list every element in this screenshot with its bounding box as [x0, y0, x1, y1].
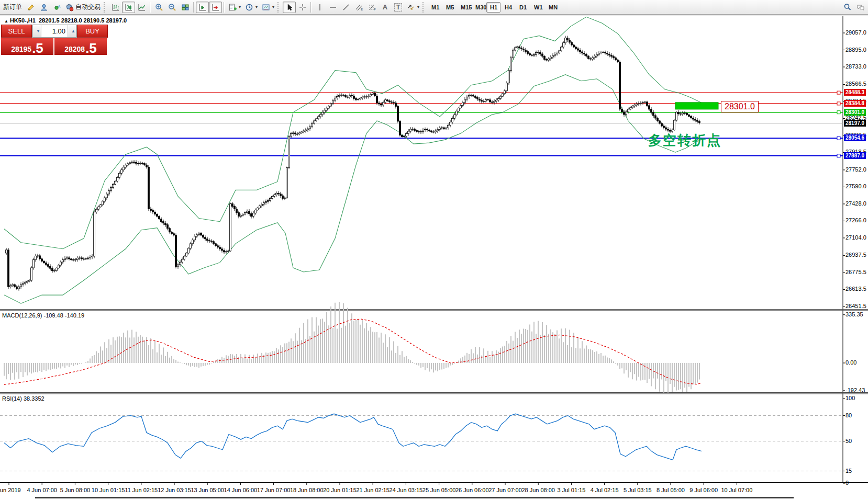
price-level-label: 28301.0: [844, 109, 866, 116]
volume-increase-button[interactable]: ▲: [68, 25, 76, 37]
crosshair-button[interactable]: [296, 2, 309, 13]
signals-button[interactable]: [50, 2, 63, 13]
one-click-trading-panel: SELL ▼ ▲ BUY 28195 .5 28208 .5: [1, 25, 108, 55]
volume-decrease-button[interactable]: ▼: [32, 25, 41, 37]
timeframe-d1-button[interactable]: D1: [516, 2, 530, 13]
trendline-button[interactable]: [339, 2, 352, 13]
time-axis-label: 21 Jun 02:15: [356, 487, 390, 493]
toolbar-grip[interactable]: [104, 2, 107, 13]
toolbar-separator: [150, 2, 151, 13]
search-button[interactable]: [841, 2, 854, 13]
volume-spinner: ▼ ▲: [32, 25, 77, 38]
fibonacci-button[interactable]: F: [365, 2, 379, 13]
timeframe-mn-button[interactable]: MN: [545, 2, 559, 13]
price-callout-label[interactable]: 28301.0: [721, 101, 759, 112]
bars-chart-icon: [112, 3, 120, 12]
chevron-down-icon: ▾: [255, 5, 258, 9]
chart-shift-button[interactable]: [209, 2, 222, 13]
price-axis-tick: 28566.5: [845, 81, 866, 87]
arrows-tool-button[interactable]: ▾: [405, 2, 421, 13]
price-level-label: 28488.3: [844, 89, 866, 96]
timeframe-m5-button[interactable]: M5: [442, 2, 457, 13]
cursor-icon: [285, 3, 294, 12]
highlight-rectangle[interactable]: [675, 103, 718, 109]
buy-button[interactable]: BUY: [77, 25, 108, 38]
time-axis-label: 17 Jun 07:00: [257, 487, 291, 493]
chevron-down-icon: ▾: [272, 5, 274, 9]
mt4-window: 新订单 自动交易: [0, 0, 868, 500]
chat-button[interactable]: [854, 2, 867, 13]
volume-input[interactable]: [41, 25, 68, 37]
horizontal-scrollbar[interactable]: [35, 497, 794, 498]
toolbar-separator: [193, 2, 194, 13]
candlestick-chart-button[interactable]: [122, 2, 135, 13]
community-button[interactable]: [37, 2, 50, 13]
zoom-out-button[interactable]: [165, 2, 179, 13]
toolbar-separator: [310, 2, 311, 13]
main-price-pane[interactable]: [0, 17, 843, 303]
vertical-line-button[interactable]: [313, 2, 326, 13]
timeframe-h4-button[interactable]: H4: [501, 2, 515, 13]
sell-price-box[interactable]: 28195 .5: [1, 38, 53, 55]
price-axis-tick: 26937.5: [845, 252, 866, 258]
zoom-in-icon: [155, 3, 163, 12]
autotrading-label: 自动交易: [75, 3, 101, 12]
macd-axis-tick: 335.35: [845, 311, 863, 317]
svg-text:F: F: [374, 8, 376, 11]
zoom-out-icon: [168, 3, 176, 12]
text-tool-button[interactable]: A: [379, 2, 392, 13]
time-axis-label: 25 Jun 05:00: [422, 487, 456, 493]
auto-scroll-icon: [198, 3, 207, 12]
cursor-button[interactable]: [283, 2, 296, 13]
zoom-in-button[interactable]: [152, 2, 165, 13]
time-axis-label: 26 Jun 06:00: [455, 487, 489, 493]
indicators-button[interactable]: ▾: [226, 2, 243, 13]
toolbar-grip[interactable]: [277, 2, 281, 13]
sell-button[interactable]: SELL: [1, 25, 32, 38]
periods-button[interactable]: ▾: [243, 2, 260, 13]
macd-pane[interactable]: [4, 302, 702, 393]
horizontal-line-button[interactable]: [326, 2, 339, 13]
buy-price-frac: .5: [85, 42, 97, 54]
chart-note-text[interactable]: 多空转折点: [648, 131, 721, 150]
candlesticks: [6, 36, 700, 290]
time-axis-label: 10 Jul 07:00: [721, 487, 752, 493]
rsi-axis-tick: 50: [845, 438, 852, 444]
time-axis-label: 12 Jun 03:15: [158, 487, 191, 493]
price-axis-tick: 26451.5: [845, 303, 866, 309]
timeframe-w1-button[interactable]: W1: [530, 2, 544, 13]
time-axis-label: 11 Jun 02:15: [125, 487, 158, 493]
bars-chart-button[interactable]: [109, 2, 122, 13]
time-axis-label: 4 Jun 07:00: [27, 487, 57, 493]
rsi-axis-tick: 100: [845, 395, 855, 401]
toolbar-grip[interactable]: [422, 2, 426, 13]
timeframe-m1-button[interactable]: M1: [428, 2, 442, 13]
auto-scroll-button[interactable]: [196, 2, 209, 13]
line-chart-button[interactable]: [135, 2, 148, 13]
crosshair-icon: [298, 3, 307, 12]
buy-price-box[interactable]: 28208 .5: [54, 38, 107, 55]
rsi-label: RSI(14) 38.3352: [2, 395, 44, 402]
text-label-button[interactable]: T: [392, 2, 405, 13]
equidistant-channel-button[interactable]: E: [352, 2, 365, 13]
toolbar: 新订单 自动交易: [0, 0, 868, 15]
autotrading-button[interactable]: 自动交易: [63, 2, 103, 13]
timeframe-m30-button[interactable]: M30: [472, 2, 486, 13]
price-axis-tick: 28895.0: [845, 47, 866, 53]
price-axis-tick: 28733.0: [845, 63, 866, 70]
macd-axis-tick: 0.00: [845, 359, 856, 366]
window-collapse-icon[interactable]: ▲: [4, 19, 8, 24]
bollinger-lower-band: [4, 75, 704, 304]
timeframe-h1-button[interactable]: H1: [486, 2, 500, 13]
chart-canvas[interactable]: [0, 0, 868, 500]
templates-button[interactable]: ▾: [260, 2, 276, 13]
timeframe-m15-button[interactable]: M15: [457, 2, 471, 13]
alerts-button[interactable]: [24, 2, 37, 13]
new-order-button[interactable]: 新订单: [1, 2, 24, 13]
price-level-label: 27887.0: [844, 152, 866, 159]
spinner-down-icon: ▼: [36, 29, 40, 33]
tile-windows-button[interactable]: [179, 2, 192, 13]
rsi-pane[interactable]: [0, 414, 843, 471]
text-tool-icon: A: [383, 3, 387, 11]
alerts-icon: [27, 3, 35, 12]
